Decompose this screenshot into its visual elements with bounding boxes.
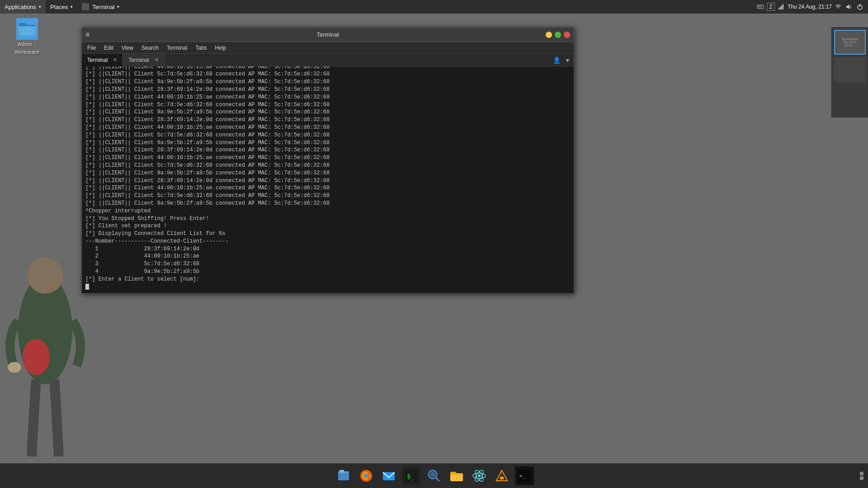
screenshot-panel: ScreenshotThu 2017-24 21-... — [831, 27, 868, 117]
menu-tabs[interactable]: Tabs — [192, 44, 210, 52]
applications-arrow: ▾ — [39, 5, 41, 9]
menu-view[interactable]: View — [118, 44, 137, 52]
applications-label: Applications — [5, 4, 36, 10]
svg-point-28 — [478, 474, 481, 477]
tab-2[interactable]: Terminal ✕ — [123, 54, 164, 66]
svg-rect-1 — [758, 6, 759, 6]
applications-menu[interactable]: Applications ▾ — [0, 0, 46, 14]
dot1 — [860, 472, 863, 475]
terminal-line: [*] ||CLIENT|| Client 5c:7d:5e:d6:32:68 … — [85, 70, 570, 78]
taskbar-mail-icon[interactable] — [379, 466, 398, 485]
close-button[interactable] — [564, 32, 570, 38]
screenshot-thumb-2[interactable] — [834, 57, 866, 82]
taskbar-files-icon[interactable] — [334, 466, 353, 485]
top-panel: Applications ▾ Places ▾ Terminal ▾ — [0, 0, 868, 14]
desktop: Applications ▾ Places ▾ Terminal ▾ — [0, 0, 868, 488]
tab-2-close[interactable]: ✕ — [155, 57, 159, 63]
svg-point-15 — [8, 362, 21, 373]
places-arrow: ▾ — [71, 5, 73, 9]
terminal-line: [*] ||CLIENT|| Client 44:00:10:1b:25:ae … — [85, 154, 570, 162]
tab-actions: 👤 ▾ — [551, 56, 574, 65]
taskbar-firefox-icon[interactable] — [357, 466, 376, 485]
svg-text:>_: >_ — [519, 473, 526, 479]
tab-1-label: Terminal — [87, 57, 108, 63]
window-title: Terminal — [316, 31, 339, 38]
top-panel-right: 2 Thu 24 Aug, 21:17 — [756, 2, 868, 11]
terminal-line: [*] ||CLIENT|| Client 5c:7d:5e:d6:32:68 … — [85, 162, 570, 169]
taskbar-folder-icon[interactable] — [447, 466, 466, 485]
wifi-tray-icon[interactable] — [834, 2, 843, 11]
terminal-line: 4 9a:9e:5b:2f:a9:5b — [85, 268, 570, 276]
taskbar: $_ — [0, 463, 868, 488]
terminal-line: [*] ||CLIENT|| Client 44:00:10:1b:25:ae … — [85, 184, 570, 192]
terminal-line: [*] ||CLIENT|| Client 28:3f:69:14:2e:0d … — [85, 177, 570, 185]
menu-edit[interactable]: Edit — [100, 44, 117, 52]
folder-icon-img — [16, 18, 38, 40]
svg-rect-5 — [778, 8, 779, 9]
svg-point-21 — [364, 474, 368, 478]
window-titlebar: ≡ Terminal — [82, 28, 574, 42]
menu-bar: File Edit View Search Terminal Tabs Help — [82, 42, 574, 54]
tab-1-close[interactable]: ✕ — [113, 57, 117, 63]
workspace-dots — [860, 472, 863, 480]
terminal-arrow: ▾ — [117, 5, 119, 9]
svg-marker-9 — [846, 5, 849, 9]
admin-workspace-icon[interactable]: Admin... Workspace — [9, 18, 45, 55]
maximize-button[interactable] — [555, 32, 561, 38]
titlebar-left: ≡ — [85, 31, 90, 39]
menu-search[interactable]: Search — [138, 44, 162, 52]
screenshot-thumb-1[interactable]: ScreenshotThu 2017-24 21-... — [834, 30, 866, 55]
svg-text:$_: $_ — [407, 473, 415, 480]
taskbar-terminal-icon[interactable]: $_ — [402, 466, 421, 485]
tab-menu-button[interactable]: ▾ — [564, 56, 571, 65]
svg-rect-2 — [760, 6, 760, 6]
svg-line-26 — [436, 478, 439, 481]
places-label: Places — [50, 4, 68, 10]
terminal-content[interactable]: [*] ||CLIENT|| Client 44:00:10:1b:25:ae … — [82, 66, 574, 293]
keyboard-tray-icon[interactable] — [756, 2, 765, 11]
terminal-line: ^Chopper interrupted — [85, 207, 570, 215]
terminal-line: [*] ||CLIENT|| Client 28:3f:69:14:2e:0d … — [85, 146, 570, 154]
taskbar-search-icon[interactable] — [425, 466, 443, 485]
svg-point-14 — [23, 339, 50, 375]
volume-tray-icon[interactable] — [844, 2, 854, 11]
titlebar-menu-icon[interactable]: ≡ — [85, 31, 90, 39]
desktop-icon-label2: Workspace — [15, 49, 40, 55]
tab-2-label: Terminal — [128, 57, 149, 63]
terminal-icon-small — [82, 3, 89, 10]
background-figure — [0, 239, 90, 465]
terminal-line: [*] ||CLIENT|| Client 5c:7d:5e:d6:32:68 … — [85, 131, 570, 139]
menu-file[interactable]: File — [84, 44, 99, 52]
top-panel-left: Applications ▾ Places ▾ Terminal ▾ — [0, 0, 124, 14]
terminal-line: [*] ||CLIENT|| Client 28:3f:69:14:2e:0d … — [85, 116, 570, 124]
terminal-line: [*] ||CLIENT|| Client 44:00:10:1b:25:ae … — [85, 66, 570, 70]
minimize-button[interactable] — [546, 32, 552, 38]
terminal-menu[interactable]: Terminal ▾ — [77, 0, 124, 14]
terminal-cursor[interactable] — [85, 283, 89, 291]
terminal-line: [*] ||CLIENT|| Client 44:00:10:1b:25:ae … — [85, 124, 570, 131]
desktop-icon-label1: Admin... — [18, 42, 36, 47]
datetime: Thu 24 Aug, 21:17 — [788, 4, 832, 10]
terminal-line: [*] ||CLIENT|| Client 5c:7d:5e:d6:32:68 … — [85, 192, 570, 200]
terminal-line: [*] Client set prepared ! — [85, 222, 570, 230]
terminal-line: [*] ||CLIENT|| Client 28:3f:69:14:2e:0d … — [85, 86, 570, 94]
svg-rect-34 — [500, 477, 504, 479]
terminal-line: ---Number-----------Connected-Client----… — [85, 238, 570, 245]
tab-1[interactable]: Terminal ✕ — [82, 54, 123, 66]
menu-help[interactable]: Help — [212, 44, 230, 52]
terminal-line: [*] ||CLIENT|| Client 9a:9e:5b:2f:a9:5b … — [85, 108, 570, 116]
taskbar-console-icon[interactable]: >_ — [515, 466, 534, 485]
taskbar-vlc-icon[interactable] — [492, 466, 511, 485]
menu-terminal[interactable]: Terminal — [163, 44, 191, 52]
network-tray-icon[interactable] — [777, 2, 786, 11]
new-tab-button[interactable]: 👤 — [551, 56, 562, 65]
svg-rect-18 — [340, 470, 344, 472]
svg-point-13 — [27, 258, 63, 294]
terminal-line: [*] ||CLIENT|| Client 5c:7d:5e:d6:32:68 … — [85, 101, 570, 109]
workspace-indicator[interactable]: 2 — [767, 3, 775, 11]
taskbar-atom-icon[interactable] — [470, 466, 489, 485]
power-tray-icon[interactable] — [855, 2, 864, 11]
terminal-line: [*] ||CLIENT|| Client 9a:9e:5b:2f:a9:5b … — [85, 200, 570, 207]
places-menu[interactable]: Places ▾ — [46, 0, 77, 14]
terminal-line: [*] ||CLIENT|| Client 9a:9e:5b:2f:a9:5b … — [85, 78, 570, 86]
